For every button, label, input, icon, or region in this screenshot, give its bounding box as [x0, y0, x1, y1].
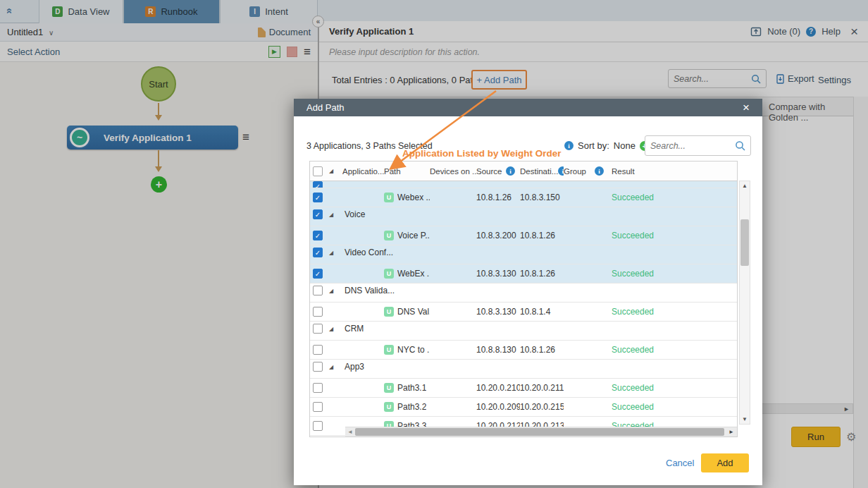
table-row[interactable]: U NYC to ... 10.8.8.130 10.8.1.26 Succee… — [310, 341, 737, 360]
search-icon — [735, 140, 745, 151]
source-info-icon[interactable]: i — [506, 166, 515, 176]
sort-info-icon[interactable]: i — [564, 141, 574, 150]
table-row[interactable]: ✓ U Webex ... 10.8.1.26 10.8.3.150 Succe… — [310, 188, 737, 207]
destination-ip: 10.8.1.26 — [520, 269, 564, 279]
path-name: NYC to ... — [397, 345, 430, 355]
table-row[interactable]: ✓ ◢ Voice — [310, 207, 737, 226]
row-checkbox[interactable] — [313, 383, 323, 393]
path-type-icon: U — [384, 383, 394, 393]
path-cell: U NYC to ... — [384, 345, 430, 355]
destination-ip: 10.20.0.211 — [520, 383, 564, 393]
result-status: Succeeded — [609, 231, 737, 240]
row-checkbox[interactable] — [313, 345, 323, 355]
row-checkbox[interactable]: ✓ — [313, 269, 323, 279]
row-checkbox[interactable] — [313, 402, 323, 412]
column-devices[interactable]: Devices on ... — [430, 167, 476, 176]
path-type-icon: U — [384, 269, 394, 279]
result-status: Succeeded — [609, 269, 737, 279]
column-group[interactable]: Groupi — [564, 166, 609, 176]
path-cell: U Path3.1 — [384, 383, 430, 393]
table-row[interactable]: ◢ CRM — [310, 322, 737, 341]
column-path[interactable]: Path — [384, 167, 430, 176]
select-all-checkbox[interactable] — [313, 166, 323, 176]
path-name: Webex ... — [397, 193, 430, 202]
row-checkbox[interactable]: ✓ — [313, 248, 323, 257]
expand-caret-icon[interactable]: ◢ — [326, 326, 342, 332]
row-checkbox[interactable]: ✓ — [313, 193, 323, 202]
add-path-dialog: Add Path × 3 Applications, 3 Paths Selec… — [294, 99, 762, 485]
path-name: Path3.1 — [397, 383, 426, 393]
add-button[interactable]: Add — [701, 453, 749, 472]
table-row[interactable]: ✓ — [310, 181, 737, 188]
sort-label: Sort by: — [578, 140, 609, 151]
table-row[interactable]: U Path3.1 10.20.0.210 10.20.0.211 Succee… — [310, 379, 737, 398]
row-checkbox[interactable] — [313, 307, 323, 317]
destination-info-icon[interactable]: i — [558, 166, 564, 176]
expand-caret-icon[interactable]: ◢ — [326, 250, 342, 256]
row-checkbox[interactable] — [313, 421, 323, 431]
expand-caret-icon[interactable]: ◢ — [326, 212, 342, 218]
cancel-button[interactable]: Cancel — [666, 458, 694, 468]
scroll-left-icon[interactable]: ◄ — [347, 429, 353, 435]
table-row[interactable]: U Path3.2 10.20.0.209 10.20.0.215 Succee… — [310, 398, 737, 417]
expand-caret-icon[interactable]: ◢ — [326, 288, 342, 294]
path-cell: U Path3.2 — [384, 402, 430, 412]
path-name: Path3.2 — [397, 402, 426, 412]
table-row[interactable]: ✓ U Voice P... 10.8.3.200 10.8.1.26 Succ… — [310, 226, 737, 245]
application-name: CRM — [342, 324, 737, 334]
path-name: Voice P... — [397, 231, 430, 240]
scroll-up-icon[interactable]: ▲ — [742, 183, 748, 189]
expand-caret-icon[interactable]: ◢ — [326, 364, 342, 370]
dialog-vertical-scrollbar[interactable]: ▲ ▼ — [739, 181, 750, 425]
sort-control: i Sort by: None + — [564, 140, 650, 151]
table-row[interactable]: ◢ App3 — [310, 360, 737, 379]
row-checkbox[interactable] — [313, 324, 323, 334]
destination-ip: 10.8.1.4 — [520, 307, 564, 317]
path-cell: U WebEx ... — [384, 269, 430, 279]
dialog-search[interactable] — [645, 135, 751, 156]
collapse-all-icon[interactable]: ◢ — [326, 168, 342, 174]
source-ip: 10.8.3.130 — [476, 307, 520, 317]
row-checkbox[interactable]: ✓ — [313, 209, 323, 219]
result-status: Succeeded — [609, 345, 737, 355]
dialog-close-icon[interactable]: × — [743, 102, 750, 114]
dialog-header: Add Path × — [294, 99, 762, 116]
destination-ip: 10.8.3.150 — [520, 193, 564, 202]
row-checkbox[interactable]: ✓ — [313, 231, 323, 240]
result-status: Succeeded — [609, 383, 737, 393]
scroll-down-icon[interactable]: ▼ — [742, 416, 748, 422]
path-cell: U Voice P... — [384, 231, 430, 240]
row-checkbox[interactable] — [313, 286, 323, 295]
paths-table: ◢ Applicatio... Path Devices on ... Sour… — [309, 161, 738, 437]
table-row[interactable]: ✓ ◢ Video Conf... — [310, 245, 737, 264]
path-name: WebEx ... — [397, 269, 430, 279]
source-ip: 10.8.3.200 — [476, 231, 520, 240]
column-application[interactable]: Applicatio... — [342, 167, 384, 176]
row-checkbox[interactable] — [313, 362, 323, 372]
destination-ip: 10.8.1.26 — [520, 345, 564, 355]
group-info-icon[interactable]: i — [595, 166, 604, 176]
dialog-horizontal-scrollbar[interactable]: ◄ ► — [345, 427, 737, 437]
vertical-scroll-thumb[interactable] — [740, 219, 749, 266]
table-row[interactable]: ✓ U WebEx ... 10.8.3.130 10.8.1.26 Succe… — [310, 264, 737, 283]
dialog-title: Add Path — [306, 102, 345, 113]
table-row[interactable]: U DNS Val... 10.8.3.130 10.8.1.4 Succeed… — [310, 303, 737, 322]
source-ip: 10.8.3.130 — [476, 269, 520, 279]
selection-summary: 3 Applications, 3 Paths Selected — [306, 141, 433, 151]
application-name: App3 — [342, 362, 737, 372]
column-source[interactable]: Sourcei — [476, 166, 520, 176]
row-checkbox[interactable]: ✓ — [313, 181, 323, 188]
source-ip: 10.20.0.209 — [476, 402, 520, 412]
dialog-search-input[interactable] — [650, 141, 735, 151]
path-type-icon: U — [384, 402, 394, 412]
result-status: Succeeded — [609, 193, 737, 202]
horizontal-scroll-thumb[interactable] — [355, 428, 724, 436]
source-ip: 10.8.8.130 — [476, 345, 520, 355]
table-row[interactable]: ◢ DNS Valida... — [310, 283, 737, 303]
sort-value[interactable]: None — [614, 140, 636, 151]
scroll-right-icon[interactable]: ► — [728, 429, 734, 435]
column-result[interactable]: Result — [609, 167, 737, 176]
column-destination[interactable]: Destinati...i — [520, 166, 564, 176]
result-status: Succeeded — [609, 402, 737, 412]
path-cell: U DNS Val... — [384, 307, 430, 317]
